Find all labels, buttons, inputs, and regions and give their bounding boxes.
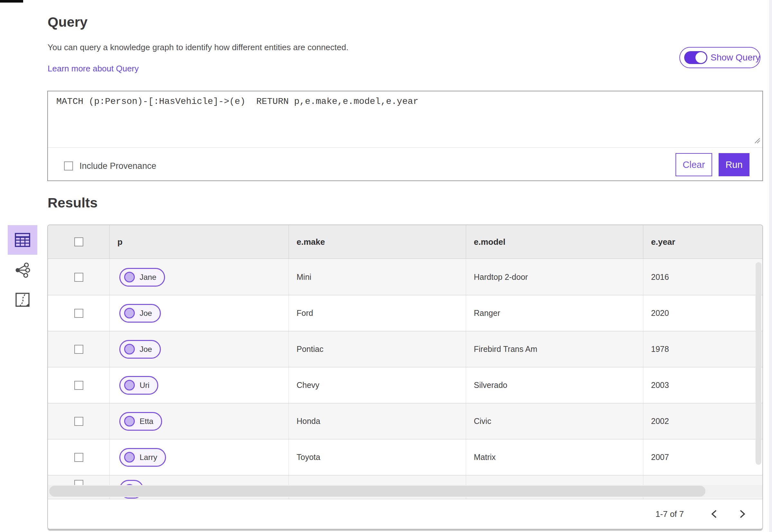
entity-pill-label: Jane (140, 273, 156, 282)
entity-pill-label: Joe (140, 309, 152, 318)
table-header-row: p e.make e.model e.year (48, 225, 762, 259)
table-row: Uri Chevy Silverado 2003 (48, 367, 762, 403)
cell-e-year: 2003 (643, 367, 762, 403)
row-checkbox[interactable] (74, 273, 83, 282)
page-scrollbar[interactable] (769, 0, 772, 532)
entity-pill[interactable]: Joe (119, 304, 161, 323)
chevron-left-icon (711, 509, 718, 519)
window-edge-bar (0, 0, 23, 3)
row-checkbox[interactable] (74, 309, 83, 318)
entity-pill-label: Joe (140, 345, 152, 354)
cell-e-year: 1978 (643, 331, 762, 367)
row-checkbox[interactable] (74, 417, 83, 426)
query-textarea[interactable]: MATCH (p:Person)-[:HasVehicle]->(e) RETU… (56, 96, 418, 106)
entity-pill[interactable]: Joe (119, 340, 161, 359)
table-grid-icon (15, 233, 30, 247)
show-query-toggle[interactable]: Show Query (679, 47, 760, 68)
panel-divider (48, 147, 762, 148)
entity-pill[interactable]: Etta (119, 412, 162, 431)
learn-more-link[interactable]: Learn more about Query (48, 64, 139, 74)
run-button[interactable]: Run (719, 153, 749, 176)
row-checkbox[interactable] (74, 345, 83, 354)
cell-e-model: Ranger (466, 295, 643, 331)
table-row: Larry Toyota Matrix 2007 (48, 439, 762, 475)
cell-e-year: 2020 (643, 295, 762, 331)
cell-e-model: Civic (466, 403, 643, 439)
cell-e-make: Ford (289, 295, 466, 331)
next-page-button[interactable] (735, 507, 749, 521)
link-chart-view-button[interactable] (8, 259, 37, 281)
cell-e-make: Honda (289, 403, 466, 439)
query-section-title: Query (48, 14, 87, 30)
toggle-switch-icon[interactable] (684, 51, 707, 64)
vertical-scrollbar-thumb[interactable] (756, 262, 761, 465)
entity-pill-label: Larry (140, 453, 157, 462)
show-query-label: Show Query (711, 52, 760, 63)
horizontal-scrollbar-thumb[interactable] (49, 486, 705, 497)
include-provenance-control[interactable]: Include Provenance (64, 154, 156, 178)
cell-e-model: Firebird Trans Am (466, 331, 643, 367)
select-all-checkbox[interactable] (74, 237, 83, 246)
pagination-bar: 1-7 of 7 (48, 499, 762, 529)
table-row: Jane Mini Hardtop 2-door 2016 (48, 259, 762, 295)
cell-e-year: 2007 (643, 439, 762, 475)
column-header-e-make[interactable]: e.make (289, 225, 466, 259)
entity-node-icon (124, 416, 135, 427)
entity-node-icon (124, 380, 135, 390)
entity-node-icon (124, 344, 135, 354)
entity-pill[interactable]: Larry (119, 448, 166, 467)
select-all-header-cell (48, 225, 110, 259)
entity-pill-label: Etta (140, 417, 153, 426)
include-provenance-label: Include Provenance (79, 161, 156, 171)
previous-page-button[interactable] (707, 507, 721, 521)
query-editor-panel: MATCH (p:Person)-[:HasVehicle]->(e) RETU… (47, 91, 763, 181)
clear-button[interactable]: Clear (675, 153, 712, 176)
table-body: Jane Mini Hardtop 2-door 2016 Joe Ford R… (48, 259, 762, 499)
knowledge-graph-query-page: Query You can query a knowledge graph to… (0, 0, 772, 532)
map-view-button[interactable] (8, 289, 37, 311)
column-header-e-year[interactable]: e.year (643, 225, 762, 259)
include-provenance-checkbox[interactable] (64, 161, 73, 170)
table-row: Joe Ford Ranger 2020 (48, 295, 762, 331)
column-header-e-model[interactable]: e.model (466, 225, 643, 259)
column-header-p[interactable]: p (110, 225, 289, 259)
pagination-range-label: 1-7 of 7 (656, 509, 684, 519)
table-row: Joe Pontiac Firebird Trans Am 1978 (48, 331, 762, 367)
entity-node-icon (124, 272, 135, 282)
results-section-title: Results (48, 195, 97, 211)
entity-pill[interactable]: Uri (119, 376, 158, 395)
cell-e-make: Chevy (289, 367, 466, 403)
map-icon (15, 293, 30, 307)
results-table-card: p e.make e.model e.year Jane Mini Hardto… (47, 225, 763, 529)
table-row: Etta Honda Civic 2002 (48, 403, 762, 439)
link-chart-icon (15, 262, 30, 278)
cell-e-model: Hardtop 2-door (466, 259, 643, 295)
cell-e-make: Mini (289, 259, 466, 295)
query-description: You can query a knowledge graph to ident… (48, 42, 348, 52)
entity-node-icon (124, 308, 135, 318)
cell-e-model: Matrix (466, 439, 643, 475)
cell-e-year: 2002 (643, 403, 762, 439)
cell-e-model: Silverado (466, 367, 643, 403)
cell-e-year: 2016 (643, 259, 762, 295)
row-checkbox[interactable] (74, 381, 83, 390)
entity-pill-label: Uri (140, 381, 150, 390)
entity-node-icon (124, 452, 135, 463)
row-checkbox[interactable] (74, 453, 83, 462)
resize-handle-icon[interactable] (754, 137, 761, 144)
chevron-right-icon (739, 509, 746, 519)
table-view-button[interactable] (8, 225, 37, 255)
entity-pill[interactable]: Jane (119, 268, 165, 287)
toggle-knob[interactable] (695, 52, 706, 63)
cell-e-make: Toyota (289, 439, 466, 475)
cell-e-make: Pontiac (289, 331, 466, 367)
